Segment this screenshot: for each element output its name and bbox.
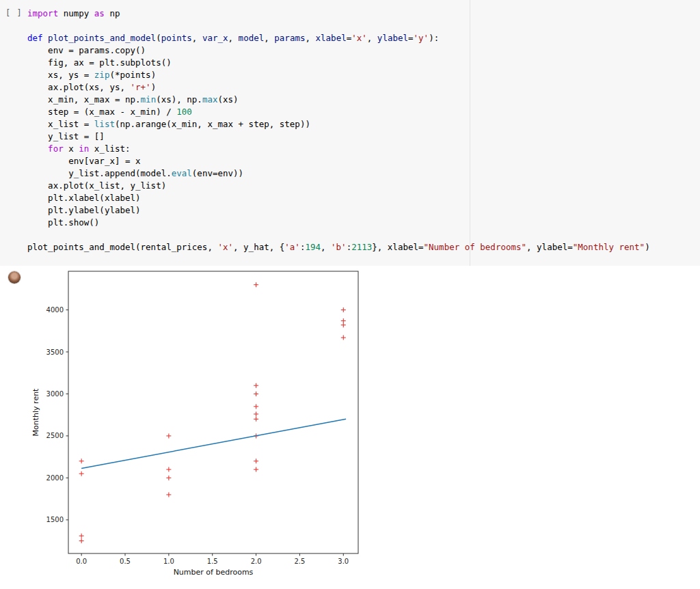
x-tick-label: 3.0 xyxy=(338,558,349,565)
code-token: ): xyxy=(429,33,439,43)
code-token: plt.xlabel(xlabel) xyxy=(27,193,141,203)
code-token: 'r+' xyxy=(131,82,151,92)
code-token: def xyxy=(27,33,43,43)
code-token: , xyxy=(305,33,315,43)
code-line: env = params.copy() xyxy=(27,44,650,57)
x-tick-label: 2.0 xyxy=(251,558,262,565)
code-line xyxy=(27,20,650,32)
code-token: model xyxy=(239,33,265,43)
x-tick-label: 1.5 xyxy=(207,558,218,565)
code-token: , xyxy=(264,33,274,43)
code-line: plt.show() xyxy=(27,217,650,229)
x-tick-label: 0.5 xyxy=(120,558,131,565)
code-token: ax.plot(x_list, y_list) xyxy=(27,180,166,191)
output-area: 0.00.51.01.52.02.53.01500200025003000350… xyxy=(0,266,700,589)
axes-box xyxy=(68,271,358,553)
x-tick-label: 0.0 xyxy=(76,558,87,565)
code-line: x_min, x_max = np.min(xs), np.max(xs) xyxy=(27,94,650,106)
code-line: step = (x_max - x_min) / 100 xyxy=(27,106,650,118)
code-line: ax.plot(xs, ys, 'r+') xyxy=(27,81,650,94)
code-token: for xyxy=(48,143,64,154)
code-token: numpy xyxy=(58,8,94,18)
code-token: x xyxy=(64,143,79,154)
code-line: plot_points_and_model(rental_prices, 'x'… xyxy=(27,241,650,254)
code-token: }, xlabel= xyxy=(372,242,423,252)
code-token: 'b' xyxy=(331,242,347,252)
code-line: for x in x_list: xyxy=(27,143,650,155)
code-token: xlabel xyxy=(316,33,347,43)
code-line: x_list = list(np.arange(x_min, x_max + s… xyxy=(27,118,650,131)
code-token: x_list: xyxy=(89,143,130,154)
code-token: (np.arange(x_min, x_max + step, step)) xyxy=(115,119,310,129)
code-token: = xyxy=(408,33,414,43)
code-line: plt.ylabel(ylabel) xyxy=(27,204,650,217)
code-line: def plot_points_and_model(points, var_x,… xyxy=(27,32,650,44)
code-token: list xyxy=(94,119,115,129)
code-token: "Monthly rent" xyxy=(573,242,645,252)
x-axis-label: Number of bedrooms xyxy=(174,568,254,577)
code-token: max xyxy=(202,94,218,105)
code-line: y_list = [] xyxy=(27,131,650,143)
code-token: env = params.copy() xyxy=(27,45,146,55)
code-token: env[var_x] = x xyxy=(27,156,141,166)
code-token: in xyxy=(79,143,89,154)
code-line: import numpy as np xyxy=(27,8,650,20)
code-token: 194 xyxy=(305,242,321,252)
code-token: y_list = [] xyxy=(27,131,105,141)
code-token: np xyxy=(105,8,120,18)
code-token: x_list = xyxy=(27,119,94,129)
user-avatar xyxy=(8,271,21,284)
chart-svg: 0.00.51.01.52.02.53.01500200025003000350… xyxy=(27,268,369,584)
y-tick-label: 3000 xyxy=(46,390,64,398)
code-token: xs, ys = xyxy=(27,70,94,80)
code-line xyxy=(27,229,650,241)
code-token: fig, ax = plt.subplots() xyxy=(27,57,172,68)
code-token: as xyxy=(94,8,105,18)
code-token: , ylabel= xyxy=(526,242,573,252)
y-tick-label: 3500 xyxy=(46,348,64,356)
code-token: ( xyxy=(156,33,161,43)
code-token: (xs), np. xyxy=(156,94,202,105)
code-token: (xs) xyxy=(217,94,238,105)
code-token: x_min, x_max = np. xyxy=(27,94,141,105)
code-token: points xyxy=(161,33,192,43)
code-token: 'y' xyxy=(414,33,429,43)
figure-output: 0.00.51.01.52.02.53.01500200025003000350… xyxy=(27,268,369,586)
code-token: (env=env)) xyxy=(192,168,243,178)
code-token: 2113 xyxy=(351,242,372,252)
code-token: (*points) xyxy=(109,70,156,80)
code-token: min xyxy=(141,94,157,105)
code-token: ) xyxy=(151,82,157,92)
code-token xyxy=(27,143,48,154)
code-token: 'a' xyxy=(284,242,300,252)
code-line: xs, ys = zip(*points) xyxy=(27,69,650,81)
y-tick-label: 4000 xyxy=(46,306,64,314)
code-token: ylabel xyxy=(377,33,408,43)
code-token xyxy=(43,33,49,43)
code-line: y_list.append(model.eval(env=env)) xyxy=(27,167,650,180)
code-line: plt.xlabel(xlabel) xyxy=(27,192,650,204)
code-line: fig, ax = plt.subplots() xyxy=(27,57,650,69)
code-line: ax.plot(x_list, y_list) xyxy=(27,180,650,192)
code-cell: [ ] import numpy as np def plot_points_a… xyxy=(0,0,700,266)
code-token: 100 xyxy=(176,107,192,117)
code-token: , xyxy=(367,33,377,43)
y-tick-label: 2000 xyxy=(46,474,64,482)
code-token: ) xyxy=(645,242,650,252)
y-tick-label: 2500 xyxy=(46,432,64,439)
code-line: env[var_x] = x xyxy=(27,155,650,167)
code-token: zip xyxy=(94,70,110,80)
code-token: plt.show() xyxy=(27,217,99,228)
code-token: var_x xyxy=(202,33,228,43)
code-token: plot_points_and_model xyxy=(48,33,156,43)
code-token: y_list.append(model. xyxy=(27,168,172,178)
code-editor[interactable]: import numpy as np def plot_points_and_m… xyxy=(27,8,650,254)
code-token: , xyxy=(321,242,331,252)
code-token: params xyxy=(274,33,305,43)
code-token: "Number of bedrooms" xyxy=(424,242,527,252)
code-token: 'x' xyxy=(217,242,233,252)
code-token: step = (x_max - x_min) / xyxy=(27,107,176,117)
execution-indicator[interactable]: [ ] xyxy=(5,8,23,18)
code-token: , xyxy=(228,33,239,43)
code-token: eval xyxy=(172,168,192,178)
